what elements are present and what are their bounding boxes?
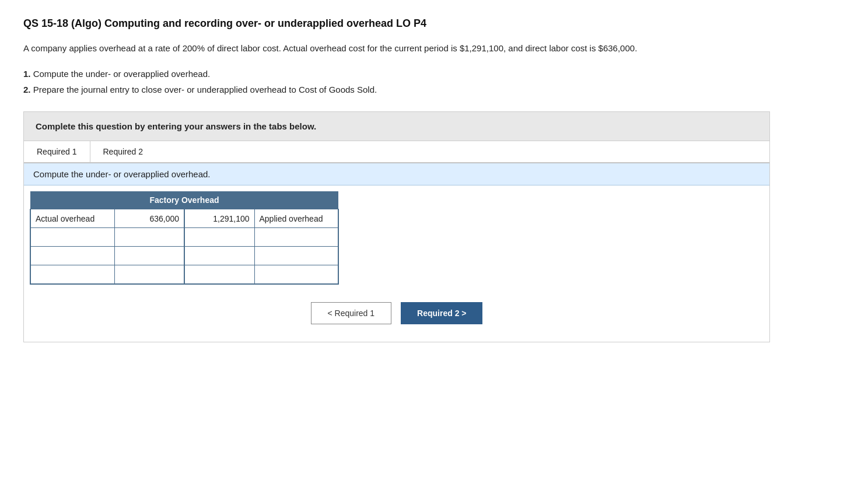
instruction-2-num: 2. bbox=[23, 85, 31, 94]
complete-box: Complete this question by entering your … bbox=[23, 111, 770, 141]
row2-right-label[interactable] bbox=[254, 228, 338, 247]
row3-right-label[interactable] bbox=[254, 247, 338, 265]
description: A company applies overhead at a rate of … bbox=[23, 41, 770, 55]
row2-right-value[interactable] bbox=[184, 228, 254, 247]
factory-table-wrapper: Factory Overhead Actual overhead 636,000… bbox=[24, 185, 769, 296]
row4-left-value[interactable] bbox=[114, 265, 184, 284]
row4-right-value[interactable] bbox=[184, 265, 254, 284]
complete-box-text: Complete this question by entering your … bbox=[36, 121, 316, 131]
table-row bbox=[30, 228, 338, 247]
row3-right-value[interactable] bbox=[184, 247, 254, 265]
tabs-row: Required 1 Required 2 bbox=[24, 141, 769, 163]
nav-buttons: < Required 1 Required 2 > bbox=[24, 302, 769, 342]
tab-required-2[interactable]: Required 2 bbox=[90, 141, 156, 162]
prev-button[interactable]: < Required 1 bbox=[311, 302, 392, 324]
table-row: Actual overhead 636,000 1,291,100 Applie… bbox=[30, 209, 338, 228]
row4-right-label[interactable] bbox=[254, 265, 338, 284]
row2-left-label[interactable] bbox=[30, 228, 114, 247]
row1-right-value[interactable]: 1,291,100 bbox=[184, 209, 254, 228]
row1-right-label: Applied overhead bbox=[254, 209, 338, 228]
row1-left-label: Actual overhead bbox=[30, 209, 114, 228]
instruction-1-num: 1. bbox=[23, 69, 31, 79]
row1-left-value[interactable]: 636,000 bbox=[114, 209, 184, 228]
instruction-2-text: Prepare the journal entry to close over-… bbox=[31, 85, 377, 94]
next-button[interactable]: Required 2 > bbox=[401, 302, 482, 324]
instructions: 1. Compute the under- or overapplied ove… bbox=[23, 66, 845, 97]
row3-left-label[interactable] bbox=[30, 247, 114, 265]
tab-content-header: Compute the under- or overapplied overhe… bbox=[24, 163, 769, 185]
instruction-1-text: Compute the under- or overapplied overhe… bbox=[31, 69, 211, 79]
tabs-container: Required 1 Required 2 Compute the under-… bbox=[23, 141, 770, 342]
factory-overhead-header: Factory Overhead bbox=[30, 191, 338, 209]
tab-required-1[interactable]: Required 1 bbox=[24, 141, 90, 162]
page-title: QS 15-18 (Algo) Computing and recording … bbox=[23, 17, 845, 30]
row2-left-value[interactable] bbox=[114, 228, 184, 247]
table-row bbox=[30, 247, 338, 265]
factory-overhead-table: Factory Overhead Actual overhead 636,000… bbox=[30, 191, 339, 285]
table-row bbox=[30, 265, 338, 284]
row3-left-value[interactable] bbox=[114, 247, 184, 265]
row4-left-label[interactable] bbox=[30, 265, 114, 284]
